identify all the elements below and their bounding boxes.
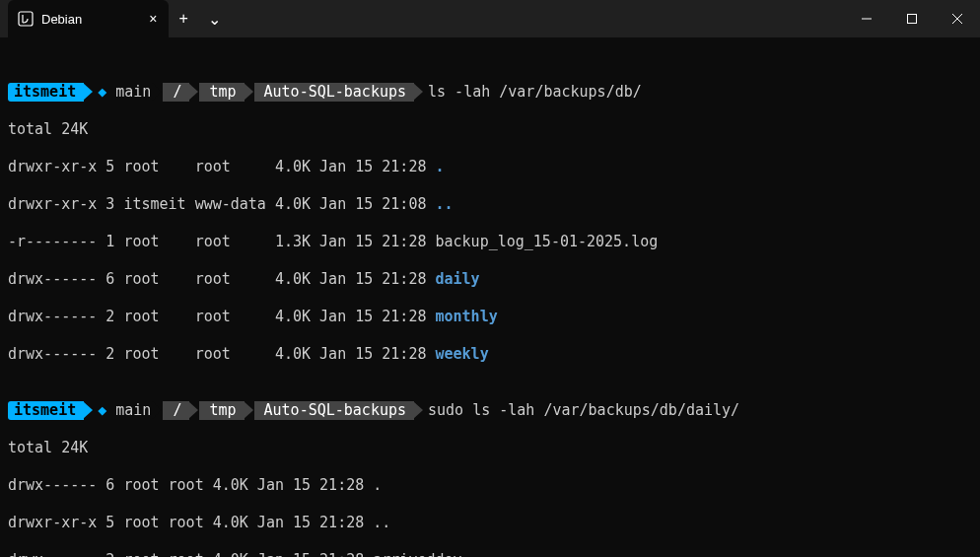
output-line: drwx------ 6 root root 4.0K Jan 15 21:28… [8, 270, 972, 289]
output-line: drwxr-xr-x 3 itsmeit www-data 4.0K Jan 1… [8, 195, 972, 214]
terminal-output[interactable]: itsmeit◆ main/tmpAuto-SQL-backupsls -lah… [0, 37, 980, 557]
prompt-path-3: Auto-SQL-backups [254, 83, 415, 102]
prompt-branch: ◆ main [94, 401, 153, 420]
prompt-path-2: tmp [199, 401, 244, 420]
close-icon[interactable]: × [149, 11, 157, 27]
command-text: sudo ls -lah /var/backups/db/daily/ [428, 401, 739, 420]
output-line: drwxr-xr-x 5 root root 4.0K Jan 15 21:28… [8, 158, 972, 176]
prompt-path-1: / [163, 83, 189, 102]
prompt-user: itsmeit [8, 401, 84, 420]
output-line: drwx------ 2 root root 4.0K Jan 15 21:28… [8, 345, 972, 364]
maximize-button[interactable] [889, 0, 935, 37]
prompt-path-1: / [163, 401, 189, 420]
output-line: drwx------ 2 root root 4.0K Jan 15 21:28… [8, 551, 972, 557]
output-line: -r-------- 1 root root 1.3K Jan 15 21:28… [8, 233, 972, 251]
output-line: total 24K [8, 120, 972, 139]
titlebar: Debian × + ⌄ [0, 0, 980, 37]
output-line: drwxr-xr-x 5 root root 4.0K Jan 15 21:28… [8, 514, 972, 532]
output-line: drwx------ 6 root root 4.0K Jan 15 21:28… [8, 476, 972, 495]
new-tab-button[interactable]: + [169, 10, 197, 28]
prompt-path-3: Auto-SQL-backups [254, 401, 415, 420]
prompt-path-2: tmp [199, 83, 244, 102]
prompt-branch: ◆ main [94, 83, 153, 102]
tab-title: Debian [41, 12, 82, 27]
prompt-user: itsmeit [8, 83, 84, 102]
debian-icon [18, 11, 34, 27]
tab-debian[interactable]: Debian × [8, 0, 169, 37]
output-line: total 24K [8, 439, 972, 457]
svg-rect-2 [908, 15, 917, 24]
prompt-line: itsmeit◆ main/tmpAuto-SQL-backupssudo ls… [8, 401, 972, 420]
tab-dropdown-icon[interactable]: ⌄ [198, 10, 231, 29]
minimize-button[interactable] [844, 0, 889, 37]
svg-rect-0 [19, 12, 33, 26]
window-controls [844, 0, 980, 37]
prompt-line: itsmeit◆ main/tmpAuto-SQL-backupsls -lah… [8, 83, 972, 102]
output-line: drwx------ 2 root root 4.0K Jan 15 21:28… [8, 308, 972, 326]
command-text: ls -lah /var/backups/db/ [428, 83, 642, 102]
close-button[interactable] [935, 0, 980, 37]
